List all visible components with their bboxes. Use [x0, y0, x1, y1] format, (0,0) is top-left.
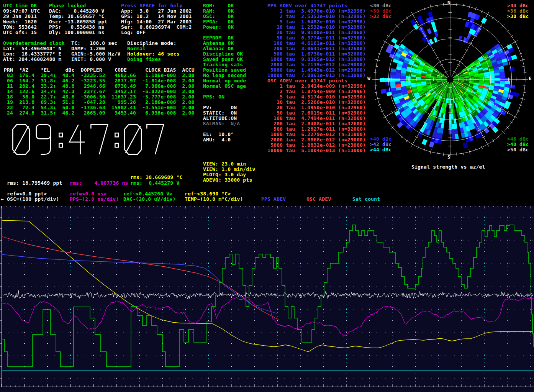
- altitude: Alt: 204.46002480 m: [3, 57, 62, 62]
- pps-adev-table-row: 1 tau 3.4976e-010 (n=32998): [267, 8, 366, 14]
- prn-table-row: 18 58.0 22.7↓ 43.6 -3006.50 11637.23 -5.…: [4, 94, 195, 100]
- adev-queue: ADEVQ: 33000 pts: [203, 177, 252, 183]
- static-status: STATIC: ON: [203, 110, 237, 116]
- pps-adev-table-row: 5000 tau 1.4543e-012 (n=23000): [267, 67, 366, 73]
- osc-adev-table-row: 2000 tau 2.8868e-012 (n=29000): [267, 137, 366, 143]
- pps-on-status: PPS: ON: [203, 94, 224, 100]
- scale-pps: PPS~(2.0 ns/div): [70, 197, 119, 202]
- clock-glyph-0: [13, 125, 29, 154]
- ref-osc: ref=<0.0 ppt>: [7, 191, 47, 197]
- dly-value: Dly: 100.000001 ns: [49, 30, 104, 35]
- lady-heather-screen: UTC time OK09:47:07 UTC29 Jan 2011Week: …: [0, 0, 534, 392]
- pps-adev-table-row: 10000 tau 7.8861e-013 (n=13000): [267, 73, 366, 78]
- view-per-div: VIEW: 1.0 min/div: [203, 167, 255, 172]
- pps-adev-table-row: 1000 tau 9.8365e-012 (n=31000): [267, 57, 366, 62]
- init-value: INIT: 0.000 V: [71, 57, 111, 62]
- pps-adev-table-row: 50 tau 6.3774e-011 (n=32900): [267, 35, 366, 41]
- pps-adev-table-row: 10 tau 1.2532e-010 (n=32980): [267, 25, 366, 30]
- prn-table-row: 11 282.4 33.2↑ 48.8 2948.66 6730.49 7.96…: [4, 84, 195, 89]
- osc-adev-table-row: 200 tau 2.8488e-011 (n=32600): [267, 121, 366, 126]
- latitude: Lat: 54.4964948° N: [3, 46, 62, 51]
- pps-adev-table-row: 200 tau 3.0641e-011 (n=32600): [267, 46, 366, 51]
- rms-osc: rms: 18.795469 ppt: [7, 180, 62, 186]
- altitude-status: ALTITUDE:ON: [203, 116, 237, 121]
- signal-strength-polar-chart: [369, 1, 533, 163]
- discipline-mode-normal: Normal: [127, 46, 146, 51]
- clock-glyph-9: [36, 125, 51, 154]
- gain-value: GAIN:-5.000 Hz/V: [71, 51, 120, 57]
- phase-status: Phase locked: [49, 3, 86, 8]
- position-saved-status: Position saved: [203, 67, 246, 73]
- holdover-status: Holdover: 46 secs: [127, 51, 179, 57]
- discipline-mode-label: Discipline mode:: [127, 41, 176, 46]
- scale-osc: ← OSC=(100 ppt/div): [1, 197, 59, 202]
- gps-week: Week: 1620: [3, 19, 37, 25]
- gps-tow: TOW: 553642: [3, 25, 37, 30]
- utc-offset: UTC ofs: 15: [3, 30, 37, 35]
- tc-value: TC: 100.0 sec: [71, 41, 117, 46]
- el-mask: EL: 10.0°: [203, 132, 234, 137]
- osc-adev-table-row: 500 tau 1.2827e-011 (n=32000): [267, 126, 366, 132]
- damp-value: DAMP: 1.200: [71, 46, 105, 51]
- osc-value: Osc↑ -13.869858 ppt: [49, 19, 108, 25]
- longitude: Lon: 18.4333777° E: [3, 51, 62, 57]
- legend-osc-adev: OSC ADEV: [306, 197, 331, 202]
- legend-sat-count: Sat count: [352, 197, 380, 202]
- osc-adev-table-row: 50 tau 7.6019e-011 (n=32900): [267, 110, 366, 116]
- osc-adev-table-title: OSC ADEV over 41747 points: [267, 78, 347, 84]
- pps-adev-table-row: 500 tau 1.6730e-011 (n=32000): [267, 51, 366, 57]
- legend-pps-adev: PPS ADEV: [261, 197, 286, 202]
- fix-status: Doing fixes: [127, 57, 161, 62]
- temp-value: Temp: 38.659657 °C: [49, 14, 104, 19]
- tracking-status: Tracking sats: [203, 62, 243, 67]
- pps-adev-table-row: 2000 tau 5.7139e-012 (n=29000): [267, 62, 366, 67]
- scale-dac: DAC~(20.0 uV/div): [123, 197, 175, 202]
- log-status: Log: OFF: [121, 30, 146, 35]
- pps-adev-table-row: 100 tau 4.6161e-011 (n=32800): [267, 41, 366, 46]
- plot-queue: PLOTQ: 3.0 day: [203, 172, 246, 177]
- ref-dac: ref~<0.445260 V>: [123, 191, 172, 197]
- rms-dac: rms: 0.445279 V: [130, 180, 179, 186]
- mfg-date: Mfg: 14:00 27 Mar 2003: [121, 19, 192, 25]
- polar-grid: [372, 2, 528, 157]
- scale-temp: TEMP~(10.0 m°C/div): [185, 197, 243, 202]
- prn-table-row: 24 274.8 31.5↑ 46.2 2865.09 3453.40 6.93…: [4, 110, 195, 116]
- op-mode-status: Normal op mode: [203, 78, 246, 84]
- polar-chart-title: Signal strength vs az/el: [411, 164, 485, 170]
- pps-value: PPS↑ 0.536438 ns: [49, 25, 104, 30]
- help-hint: Press SPACE for help: [121, 3, 183, 8]
- big-digital-clock: [0, 122, 199, 159]
- prn-table-row: 06 164.7 31.8↓ 46.2 -3223.55 2877.97 -1.…: [4, 78, 195, 84]
- view-total: VIEW: 23.0 min: [203, 161, 246, 167]
- clock-glyph-0: [124, 125, 141, 154]
- strip-chart-plot[interactable]: [0, 206, 534, 392]
- clock-glyph-7: [91, 125, 108, 154]
- dac-value: DAC: 0.445280 V: [49, 8, 104, 14]
- osc-adev-table-row: 10 tau 2.5266e-010 (n=32980): [267, 100, 366, 105]
- osc-adev-table-row: 5000 tau 1.0832e-012 (n=23000): [267, 143, 366, 148]
- pps-adev-table-row: 20 tau 9.9108e-011 (n=32960): [267, 30, 366, 35]
- clock-glyph-4: [69, 125, 85, 154]
- ram-status: RAM: OK: [203, 8, 234, 14]
- gps-version: GPS: 10.2 14 Nov 2001: [121, 14, 192, 19]
- osc-adev-table-row: 1 tau 2.0414e-009 (n=32998): [267, 84, 366, 89]
- app-version: App: 3.0 27 Jun 2002: [121, 8, 192, 14]
- rms-temp: rms: 38.669689 °C: [130, 175, 182, 180]
- utc-time: 09:47:07 UTC: [3, 8, 40, 14]
- osc-age-status: Normal OSC age: [203, 84, 246, 89]
- prn-table-row: 14 122.6 34.7↑ 47.3 2377.67 3452.17 -5.8…: [4, 89, 195, 94]
- osc-adev-table-row: 2 tau 1.0754e-009 (n=32996): [267, 89, 366, 94]
- clock-mode: Overdetermined clock: [3, 41, 65, 46]
- osc-adev-table-row: 20 tau 1.4950e-010 (n=32960): [267, 105, 366, 110]
- ref-pps: ref=<0.0 ns>: [70, 191, 106, 197]
- clock-glyph-colon: [115, 133, 118, 147]
- antenna-status: Antenna OK: [203, 41, 234, 46]
- prn-table-row: 22 72.4 54.3↓ 50.0 -1736.63 15982.41 -4.…: [4, 105, 195, 110]
- osc-status: OSC: OK: [203, 14, 234, 19]
- fpga-status: FPGA: OK: [203, 19, 234, 25]
- kalman-status: KALMAN: N/A: [203, 121, 240, 126]
- pps-adev-table-row: 5 tau 1.6482e-010 (n=32990): [267, 19, 366, 25]
- power-status: Power: OK: [203, 25, 234, 30]
- eeprom-status: EEPROM OK: [203, 35, 234, 41]
- saved-posn-status: Saved posn OK: [203, 57, 243, 62]
